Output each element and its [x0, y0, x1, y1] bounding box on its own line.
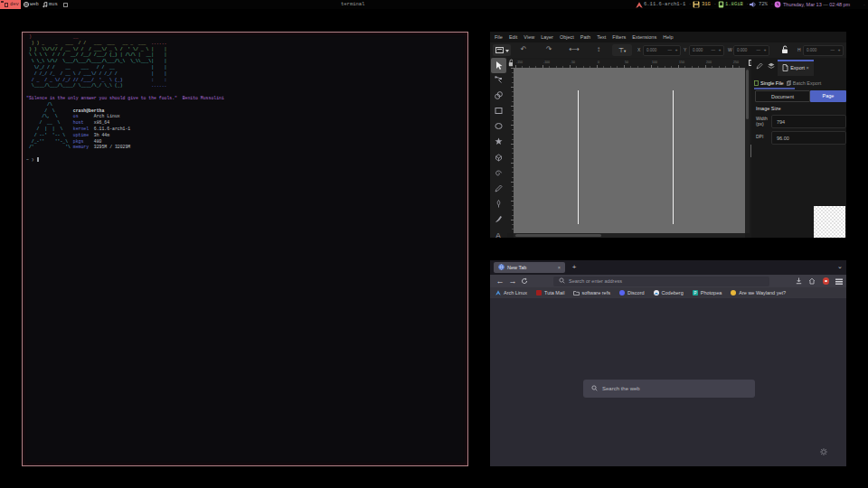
svg-text:A: A — [495, 231, 501, 239]
svg-text:P: P — [693, 290, 696, 295]
